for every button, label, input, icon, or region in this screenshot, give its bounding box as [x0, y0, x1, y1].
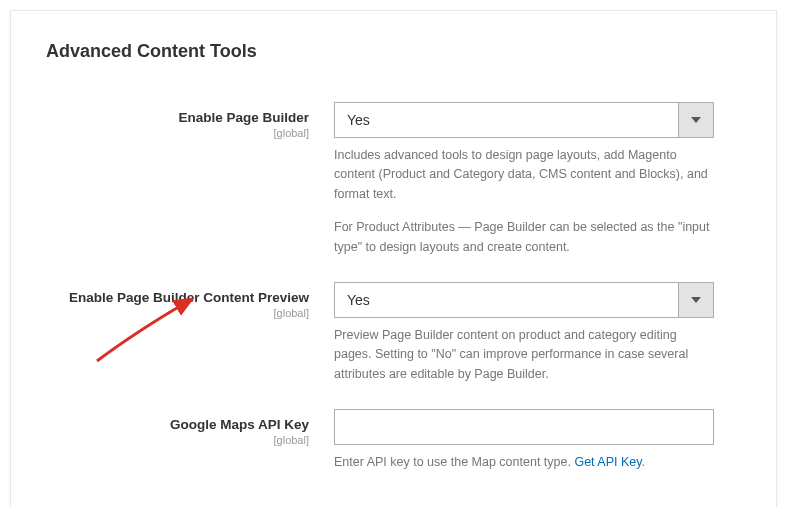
- google-maps-api-key-input[interactable]: [334, 409, 714, 445]
- field-scope: [global]: [46, 434, 309, 446]
- field-label: Enable Page Builder Content Preview: [46, 290, 309, 305]
- enable-preview-select[interactable]: Yes: [334, 282, 714, 318]
- field-note: Enter API key to use the Map content typ…: [334, 453, 714, 472]
- get-api-key-link[interactable]: Get API Key: [574, 455, 641, 469]
- field-note: Includes advanced tools to design page l…: [334, 146, 714, 204]
- advanced-content-tools-panel: Advanced Content Tools Enable Page Build…: [10, 10, 777, 507]
- field-label-col: Enable Page Builder Content Preview [glo…: [46, 282, 334, 319]
- section-title: Advanced Content Tools: [46, 41, 741, 62]
- select-value: Yes: [334, 102, 678, 138]
- note-text: Enter API key to use the Map content typ…: [334, 455, 574, 469]
- note-text: .: [642, 455, 645, 469]
- field-control-col: Enter API key to use the Map content typ…: [334, 409, 714, 472]
- field-label-col: Enable Page Builder [global]: [46, 102, 334, 139]
- chevron-down-icon: [678, 282, 714, 318]
- field-note: Preview Page Builder content on product …: [334, 326, 714, 384]
- field-label-col: Google Maps API Key [global]: [46, 409, 334, 446]
- enable-page-builder-select[interactable]: Yes: [334, 102, 714, 138]
- field-note: For Product Attributes — Page Builder ca…: [334, 218, 714, 257]
- field-label: Google Maps API Key: [46, 417, 309, 432]
- field-enable-page-builder: Enable Page Builder [global] Yes Include…: [46, 102, 741, 257]
- field-control-col: Yes Preview Page Builder content on prod…: [334, 282, 714, 384]
- chevron-down-icon: [678, 102, 714, 138]
- field-enable-preview: Enable Page Builder Content Preview [glo…: [46, 282, 741, 384]
- field-scope: [global]: [46, 127, 309, 139]
- field-control-col: Yes Includes advanced tools to design pa…: [334, 102, 714, 257]
- field-label: Enable Page Builder: [46, 110, 309, 125]
- field-scope: [global]: [46, 307, 309, 319]
- select-value: Yes: [334, 282, 678, 318]
- field-google-maps-key: Google Maps API Key [global] Enter API k…: [46, 409, 741, 472]
